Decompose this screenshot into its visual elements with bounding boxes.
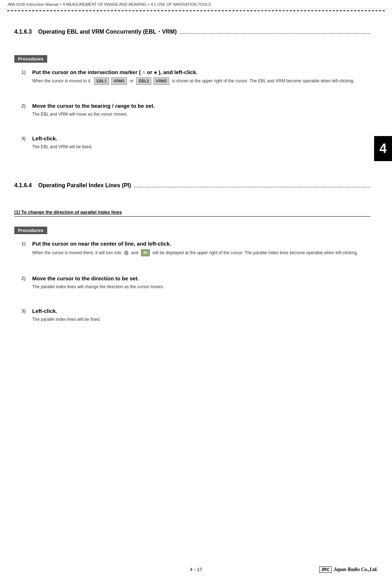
- step-4-2-title: Move the cursor to the direction to be s…: [32, 275, 371, 281]
- step-3-number: 3): [21, 135, 32, 150]
- step-3: 3) Left-click. The EBL and VRM will be f…: [14, 135, 371, 150]
- step-3-desc: The EBL and VRM will be fixed.: [32, 144, 371, 150]
- step-2-title: Move the cursor to the bearing / range t…: [32, 103, 371, 109]
- step-1-desc: When the cursor is moved to it, EBL1 VRM…: [32, 77, 371, 85]
- jrc-label: JRC: [319, 566, 332, 573]
- step-1-content: Put the cursor on the intersection marke…: [32, 69, 371, 85]
- breadcrumb: JMA-9100 Instruction Manual > 4.MEASUREM…: [0, 0, 392, 9]
- step-4-2-desc: The parallel index lines will change the…: [32, 284, 371, 290]
- chapter-tab: 4: [374, 136, 392, 161]
- step-4-1: 1) Put the cursor on near the center of …: [14, 241, 371, 257]
- step-4-1-content: Put the cursor on near the center of lin…: [32, 241, 371, 257]
- step-2: 2) Move the cursor to the bearing / rang…: [14, 103, 371, 117]
- chapter-number: 4: [379, 141, 387, 156]
- cursor-gear-icon: ⚙: [124, 249, 129, 257]
- section-416-4-title: 4.1.6.4 Operating Parallel Index Lines (…: [14, 182, 131, 189]
- step-1: 1) Put the cursor on the intersection ma…: [14, 69, 371, 85]
- step-4-1-number: 1): [21, 241, 32, 257]
- step-3-content: Left-click. The EBL and VRM will be fixe…: [32, 135, 371, 150]
- step-2-number: 2): [21, 103, 32, 117]
- ebl1-badge: EBL1: [94, 77, 109, 85]
- breadcrumb-text: JMA-9100 Instruction Manual > 4.MEASUREM…: [7, 2, 211, 6]
- step-4-3-number: 3): [21, 308, 32, 323]
- step-4-1-title: Put the cursor on near the center of lin…: [32, 241, 371, 247]
- step-4-2-number: 2): [21, 275, 32, 290]
- pi-badge: PI: [141, 249, 150, 257]
- step-2-content: Move the cursor to the bearing / range t…: [32, 103, 371, 117]
- company-name: Japan Radio Co.,Ltd.: [334, 567, 378, 572]
- step-4-3-content: Left-click. The parallel index lines wil…: [32, 308, 371, 323]
- subsection-1-heading: [1] To change the direction of parallel …: [14, 209, 371, 217]
- section-416-3-title: 4.1.6.3 Operating EBL and VRM Concurrent…: [14, 28, 177, 36]
- section-416-4-heading: 4.1.6.4 Operating Parallel Index Lines (…: [14, 182, 371, 190]
- step-1-number: 1): [21, 69, 32, 85]
- step-3-title: Left-click.: [32, 135, 371, 141]
- ebl2-badge: EBL2: [136, 77, 151, 85]
- section-416-3-heading: 4.1.6.3 Operating EBL and VRM Concurrent…: [14, 28, 371, 37]
- step-2-desc: The EBL and VRM will move as the cursor …: [32, 111, 371, 117]
- step-4-2-content: Move the cursor to the direction to be s…: [32, 275, 371, 290]
- procedures-badge-1: Procedures: [14, 55, 47, 63]
- step-4-3-desc: The parallel index lines will be fixed.: [32, 316, 371, 323]
- step-4-1-desc: When the cursor is moved there, it will …: [32, 249, 371, 257]
- step-4-2: 2) Move the cursor to the direction to b…: [14, 275, 371, 290]
- step-4-3-title: Left-click.: [32, 308, 371, 314]
- procedures-badge-2: Procedures: [14, 227, 47, 234]
- vrm2-badge: VRM2: [153, 77, 170, 85]
- vrm1-badge: VRM1: [111, 77, 127, 85]
- footer-logo: JRC Japan Radio Co.,Ltd.: [319, 566, 378, 573]
- page-wrapper: JMA-9100 Instruction Manual > 4.MEASUREM…: [0, 0, 392, 580]
- main-content: 4.1.6.3 Operating EBL and VRM Concurrent…: [0, 11, 392, 330]
- step-4-3: 3) Left-click. The parallel index lines …: [14, 308, 371, 323]
- step-1-title: Put the cursor on the intersection marke…: [32, 69, 371, 75]
- page-number: 4－17: [190, 566, 202, 573]
